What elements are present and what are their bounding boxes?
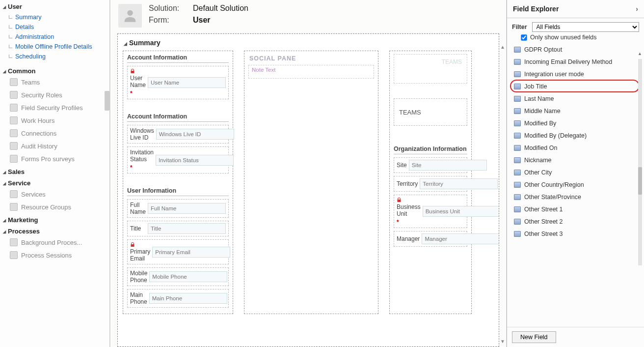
entity-avatar bbox=[118, 4, 142, 28]
nav-item-security-roles[interactable]: Security Roles bbox=[0, 88, 109, 101]
nav-link-administration[interactable]: Administration bbox=[9, 32, 109, 42]
nav-link-summary[interactable]: Summary bbox=[9, 12, 109, 22]
input-mobile[interactable] bbox=[149, 271, 227, 282]
input-fullname[interactable] bbox=[148, 203, 226, 214]
field-item-label: Middle Name bbox=[524, 108, 561, 115]
field-item-other-country[interactable]: Other Country/Region bbox=[512, 179, 641, 191]
nav-group-common[interactable]: Common bbox=[0, 64, 109, 76]
filter-select[interactable]: All Fields bbox=[532, 22, 639, 32]
field-manager[interactable]: Manager bbox=[394, 231, 467, 247]
column-left[interactable]: Account Information User Name* Account I… bbox=[123, 51, 233, 314]
nav-group-marketing[interactable]: Marketing bbox=[0, 213, 109, 225]
field-item-modified-on[interactable]: Modified On bbox=[512, 142, 641, 154]
nav-label: Process Sessions bbox=[21, 252, 72, 259]
input-wlid[interactable] bbox=[156, 129, 234, 140]
nav-group-user[interactable]: User bbox=[0, 0, 109, 11]
field-label-text: Business Unit bbox=[397, 203, 421, 217]
field-territory[interactable]: Territory bbox=[394, 176, 467, 192]
field-item-label: Modified By bbox=[524, 120, 556, 127]
nav-link-details[interactable]: Details bbox=[9, 22, 109, 32]
input-site[interactable] bbox=[409, 160, 487, 171]
chevron-right-icon[interactable]: › bbox=[636, 5, 638, 13]
nav-link-scheduling[interactable]: Scheduling bbox=[9, 52, 109, 61]
field-icon bbox=[514, 59, 521, 65]
field-explorer-header[interactable]: Field Explorer › bbox=[507, 0, 644, 18]
field-item-modified-by[interactable]: Modified By bbox=[512, 117, 641, 130]
left-scrollbar[interactable] bbox=[105, 91, 109, 111]
field-business-unit[interactable]: Business Unit* bbox=[394, 195, 467, 228]
field-title[interactable]: Title bbox=[127, 221, 229, 236]
field-invitation[interactable]: Invitation Status* bbox=[127, 146, 229, 174]
field-wlid[interactable]: Windows Live ID bbox=[127, 125, 229, 144]
teams-subgrid[interactable]: TEAMS bbox=[394, 98, 467, 126]
input-title[interactable] bbox=[148, 223, 226, 234]
field-item-middle-name[interactable]: Middle Name bbox=[512, 105, 641, 117]
filter-row: Filter All Fields bbox=[507, 18, 644, 33]
field-item-gdpr[interactable]: GDPR Optout bbox=[512, 44, 641, 56]
field-item-last-name[interactable]: Last Name bbox=[512, 93, 641, 105]
nav-item-resource-groups[interactable]: Resource Groups bbox=[0, 201, 109, 213]
nav-item-field-security[interactable]: Field Security Profiles bbox=[0, 101, 109, 114]
field-mobile[interactable]: Mobile Phone bbox=[127, 267, 229, 286]
field-username[interactable]: User Name* bbox=[127, 66, 229, 99]
input-bu[interactable] bbox=[423, 206, 499, 217]
field-fullname[interactable]: Full Name bbox=[127, 199, 229, 218]
nav-link-mobile-offline[interactable]: Mobile Offline Profile Details bbox=[9, 42, 109, 52]
field-mainphone[interactable]: Main Phone bbox=[127, 289, 229, 308]
field-label-text: Site bbox=[397, 162, 407, 169]
field-item-other-street2[interactable]: Other Street 2 bbox=[512, 216, 641, 228]
section-org-info[interactable]: Organization Information bbox=[394, 145, 467, 154]
tab-summary[interactable]: Summary bbox=[123, 38, 494, 51]
nav-label: Teams bbox=[21, 79, 40, 86]
section-userinfo[interactable]: User Information bbox=[127, 187, 229, 196]
nav-item-teams[interactable]: Teams bbox=[0, 76, 109, 88]
section-account-info[interactable]: Account Information bbox=[127, 54, 229, 63]
column-right[interactable]: TEAMS TEAMS Organization Information Sit… bbox=[389, 51, 472, 314]
field-primary-email[interactable]: Primary Email bbox=[127, 239, 229, 264]
field-item-other-street1[interactable]: Other Street 1 bbox=[512, 203, 641, 216]
field-item-modified-by-delegate[interactable]: Modified By (Delegate) bbox=[512, 130, 641, 142]
field-item-integration-user-mode[interactable]: Integration user mode bbox=[512, 68, 641, 81]
canvas-scroll-down[interactable]: ▼ bbox=[500, 339, 505, 344]
section-account-info2[interactable]: Account Information bbox=[127, 113, 229, 122]
field-list-scrollbar-thumb[interactable] bbox=[638, 167, 642, 195]
input-email[interactable] bbox=[152, 247, 230, 258]
nav-item-process-sessions[interactable]: Process Sessions bbox=[0, 249, 109, 261]
nav-group-sales[interactable]: Sales bbox=[0, 165, 109, 176]
nav-item-connections[interactable]: Connections bbox=[0, 127, 109, 140]
input-manager[interactable] bbox=[422, 233, 499, 244]
nav-item-formspro[interactable]: Forms Pro surveys bbox=[0, 152, 109, 165]
only-unused-checkbox[interactable] bbox=[521, 34, 527, 40]
field-item-label: Last Name bbox=[524, 95, 554, 102]
nav-item-audit[interactable]: Audit History bbox=[0, 140, 109, 152]
field-item-nickname[interactable]: Nickname bbox=[512, 154, 641, 167]
nav-label: Services bbox=[21, 191, 46, 198]
nav-group-processes[interactable]: Processes bbox=[0, 225, 109, 236]
field-item-other-city[interactable]: Other City bbox=[512, 167, 641, 179]
field-item-job-title[interactable]: Job Title bbox=[512, 81, 641, 93]
input-username[interactable] bbox=[148, 77, 226, 88]
input-territory[interactable] bbox=[420, 178, 498, 189]
nav-group-service[interactable]: Service bbox=[0, 176, 109, 188]
canvas-scroll-up[interactable]: ▲ bbox=[500, 44, 505, 50]
field-item-other-state[interactable]: Other State/Province bbox=[512, 191, 641, 203]
input-invitation[interactable] bbox=[156, 155, 234, 166]
note-text[interactable]: Note Text bbox=[248, 65, 374, 79]
nav-item-work-hours[interactable]: Work Hours bbox=[0, 114, 109, 127]
field-explorer-footer: New Field bbox=[507, 327, 644, 347]
new-field-button[interactable]: New Field bbox=[512, 331, 556, 343]
social-pane-header[interactable]: SOCIAL PANE bbox=[248, 54, 374, 65]
field-list-scrollbar-track[interactable] bbox=[638, 59, 642, 265]
column-middle[interactable]: SOCIAL PANE Note Text bbox=[244, 51, 378, 314]
field-item-label: Other City bbox=[524, 169, 552, 176]
input-mainphone[interactable] bbox=[149, 293, 227, 304]
nav-item-bg-process[interactable]: Background Proces... bbox=[0, 236, 109, 249]
nav-item-services[interactable]: Services bbox=[0, 188, 109, 201]
field-item-incoming-email[interactable]: Incoming Email Delivery Method bbox=[512, 56, 641, 68]
field-item-label: Other State/Province bbox=[524, 194, 581, 201]
field-site[interactable]: Site bbox=[394, 157, 467, 173]
field-item-other-street3[interactable]: Other Street 3 bbox=[512, 228, 641, 240]
form-canvas[interactable]: Summary Account Information User Name* A… bbox=[117, 33, 499, 347]
field-item-label: Modified By (Delegate) bbox=[524, 132, 587, 139]
field-label-text: Primary Email bbox=[130, 248, 150, 262]
